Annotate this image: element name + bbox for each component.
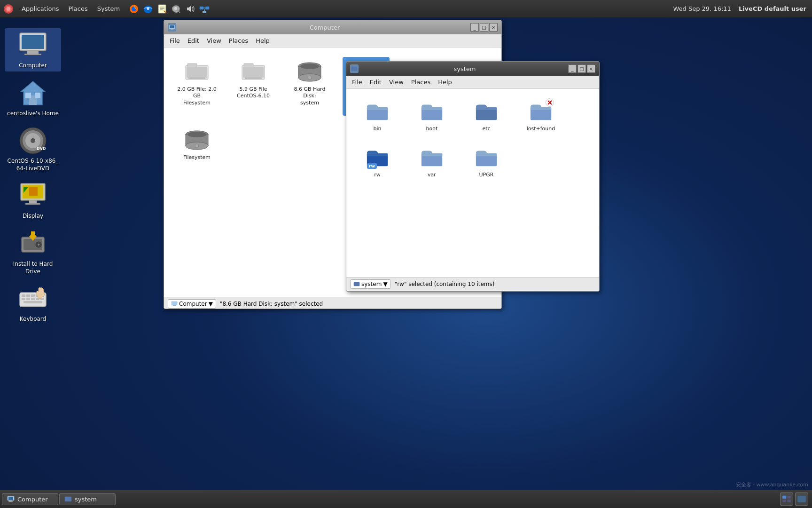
boot-label: boot (426, 126, 438, 132)
file-item-hdd1[interactable]: 8.6 GB Hard Disk:system (286, 57, 333, 116)
etc-icon (474, 99, 499, 124)
system-location-arrow: ▼ (383, 281, 387, 287)
computer-maximize-button[interactable]: □ (480, 23, 488, 32)
system-menu-edit[interactable]: Edit (366, 77, 385, 87)
bin-icon (365, 99, 390, 124)
firefox-icon[interactable] (128, 3, 140, 15)
system-menu-file[interactable]: File (348, 77, 366, 87)
computer-titlebar[interactable]: Computer _ □ × (164, 20, 501, 34)
desktop-icon-install[interactable]: Install to Hard Drive (5, 227, 61, 277)
thunderbird-icon[interactable] (142, 3, 154, 15)
svg-rect-49 (31, 294, 35, 297)
folder-upgr[interactable]: UPGR (463, 143, 510, 181)
taskbar-computer[interactable]: Computer (2, 493, 58, 505)
svg-point-88 (187, 132, 206, 137)
var-label: var (428, 172, 436, 178)
computer-window-controls: _ □ × (470, 23, 498, 32)
lostfound-label: lost+found (527, 126, 555, 132)
file-item-removable2[interactable]: 5.9 GB FileCentOS-6.10 (230, 57, 277, 116)
computer-close-button[interactable]: × (489, 23, 498, 32)
file-item-filesystem[interactable]: Filesystem (173, 125, 220, 164)
computer-location-btn[interactable]: Computer ▼ (168, 299, 216, 309)
computer-menu-places[interactable]: Places (225, 35, 252, 46)
display-label: Display (23, 213, 43, 220)
folder-etc[interactable]: etc (463, 96, 510, 135)
filesystem-label: Filesystem (183, 154, 211, 161)
svg-rect-119 (797, 496, 806, 502)
computer-menu-help[interactable]: Help (252, 35, 273, 46)
computer-menu-view[interactable]: View (203, 35, 225, 46)
removable1-icon (185, 60, 209, 84)
svg-rect-62 (187, 64, 197, 67)
system-menu-help[interactable]: Help (434, 77, 456, 87)
system-menu-places[interactable]: Places (407, 77, 434, 87)
svg-rect-118 (787, 500, 791, 502)
system-location-btn[interactable]: system ▼ (350, 279, 391, 289)
svg-point-2 (7, 7, 10, 11)
network-icon[interactable] (199, 3, 210, 15)
etc-label: etc (482, 126, 490, 132)
svg-rect-16 (205, 7, 209, 9)
top-panel: Applications Places System (0, 0, 812, 17)
workspace-switcher[interactable] (780, 492, 793, 506)
system-maximize-button[interactable]: □ (578, 64, 586, 73)
svg-rect-113 (8, 501, 13, 502)
svg-point-42 (38, 244, 39, 246)
folder-lostfound[interactable]: lost+found (517, 96, 564, 135)
svg-rect-52 (22, 298, 25, 300)
taskbar-right (780, 492, 812, 506)
system-window: system _ □ × File Edit View Places Help … (346, 61, 600, 292)
svg-rect-92 (351, 67, 357, 71)
computer-menu-file[interactable]: File (166, 35, 184, 46)
svg-rect-66 (244, 64, 253, 67)
folder-var[interactable]: var (408, 143, 455, 181)
folder-boot[interactable]: boot (408, 96, 455, 135)
notification-area[interactable] (795, 492, 808, 506)
svg-rect-111 (8, 497, 13, 500)
places-menu[interactable]: Places (63, 0, 92, 17)
texteditor-icon[interactable] (156, 3, 168, 15)
desktop-icon-display[interactable]: Display (5, 179, 61, 222)
dvd-label: CentOS-6.10-x86_64-LiveDVD (8, 158, 59, 172)
system-close-button[interactable]: × (587, 64, 595, 73)
svg-rect-59 (170, 25, 174, 28)
desktop-icon-keyboard[interactable]: Keyboard (5, 282, 61, 325)
svg-rect-91 (173, 305, 176, 306)
computer-menu-edit[interactable]: Edit (184, 35, 203, 46)
applications-menu[interactable]: Applications (17, 0, 63, 17)
folder-rw[interactable]: rw rw (354, 143, 401, 181)
desktop-icon-dvd[interactable]: DVD CentOS-6.10-x86_64-LiveDVD (5, 124, 61, 174)
svg-rect-98 (476, 107, 497, 110)
computer-status-text: "8.6 GB Hard Disk: system" selected (220, 301, 323, 307)
computer-minimize-button[interactable]: _ (470, 23, 479, 32)
svg-rect-21 (22, 35, 44, 49)
desktop-icon-home[interactable]: centoslive's Home (5, 76, 61, 119)
system-menu[interactable]: System (93, 0, 125, 17)
system-titlebar[interactable]: system _ □ × (346, 62, 599, 76)
taskbar-system[interactable]: system (59, 493, 116, 505)
svg-rect-63 (187, 67, 207, 78)
svg-rect-26 (25, 93, 31, 98)
svg-point-72 (300, 64, 319, 69)
boot-icon (420, 99, 444, 124)
svg-rect-15 (200, 7, 203, 9)
hdd1-icon (297, 60, 322, 84)
removable2-label: 5.9 GB FileCentOS-6.10 (237, 86, 270, 100)
system-menu-view[interactable]: View (385, 77, 407, 87)
search-icon[interactable] (171, 3, 182, 15)
panel-logo (2, 2, 15, 16)
folder-bin[interactable]: bin (354, 96, 401, 135)
system-statusbar: system ▼ "rw" selected (containing 10 it… (346, 277, 599, 290)
system-window-controls: _ □ × (568, 64, 595, 73)
install-label: Install to Hard Drive (7, 261, 59, 275)
system-minimize-button[interactable]: _ (568, 64, 577, 73)
file-item-removable1[interactable]: 2.0 GB File: 2.0 GBFilesystem (173, 57, 220, 116)
svg-rect-104 (367, 154, 388, 157)
rw-label: rw (374, 172, 381, 178)
panel-user: LiveCD default user (739, 5, 806, 12)
dvd-icon: DVD (18, 126, 48, 156)
desktop-icon-computer[interactable]: Computer (5, 28, 61, 71)
svg-rect-38 (25, 203, 40, 205)
volume-icon[interactable] (185, 3, 196, 15)
keyboard-icon (18, 284, 48, 314)
